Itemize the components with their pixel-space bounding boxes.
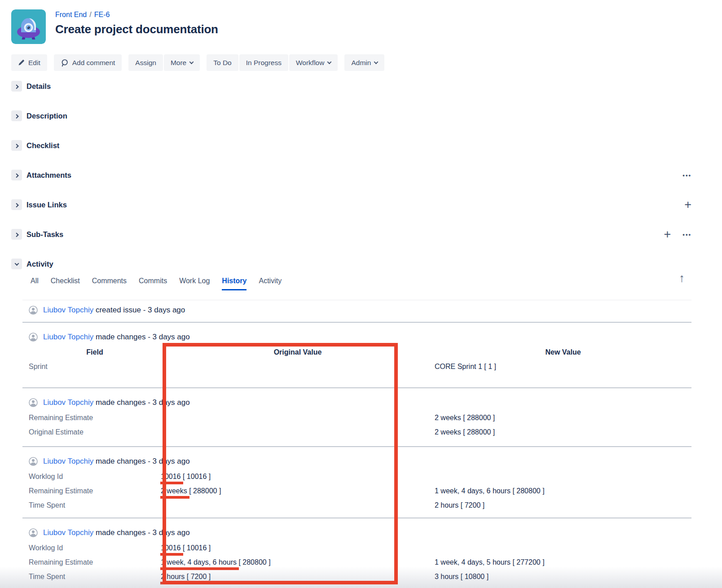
history-table-row: SprintCORE Sprint 1 [ 1 ] xyxy=(29,360,691,374)
edit-button[interactable]: Edit xyxy=(11,54,47,71)
add-issue-links-button[interactable]: + xyxy=(684,200,691,209)
section-label: Attachments xyxy=(26,171,71,180)
expand-description-button[interactable] xyxy=(11,110,22,121)
history-entry-head: Liubov Topchiy made changes - 3 days ago xyxy=(29,456,691,467)
more-attachments-button[interactable]: ••• xyxy=(682,172,691,179)
chevron-right-icon xyxy=(14,84,18,89)
annotation-underlined-value: 10016 xyxy=(161,473,181,481)
pencil-icon xyxy=(18,59,25,66)
admin-button[interactable]: Admin xyxy=(344,54,384,71)
assign-button[interactable]: Assign xyxy=(128,54,163,71)
section-row-issue-links: Issue Links+ xyxy=(11,198,691,211)
entry-meta: made changes - 3 days ago xyxy=(96,398,190,407)
annotation-underlined-value: 1 week, 4 days, 6 hours xyxy=(161,558,237,566)
history-table-row: Worklog Id10016 [ 10016 ] xyxy=(29,541,691,555)
original-value: 2 weeks [ 288000 ] xyxy=(161,487,435,495)
chevron-down-icon xyxy=(374,60,379,64)
avatar-icon xyxy=(29,528,38,537)
tab-comments[interactable]: Comments xyxy=(92,277,127,290)
chevron-right-icon xyxy=(14,173,18,178)
field-label: Time Spent xyxy=(29,573,161,581)
breadcrumb-project-link[interactable]: Front End xyxy=(55,11,87,18)
expand-attachments-button[interactable] xyxy=(11,170,22,180)
history-entry-head: Liubov Topchiy made changes - 3 days ago xyxy=(29,332,691,342)
section-label: Sub-Tasks xyxy=(26,230,63,239)
history-entry-head: Liubov Topchiy created issue - 3 days ag… xyxy=(29,305,691,316)
column-header-field: Field xyxy=(29,348,161,356)
user-link[interactable]: Liubov Topchiy xyxy=(43,333,93,341)
column-header-new-value: New Value xyxy=(435,348,691,356)
user-link[interactable]: Liubov Topchiy xyxy=(43,528,93,537)
more-button[interactable]: More xyxy=(164,54,200,71)
field-label: Remaining Estimate xyxy=(29,487,161,495)
history-entry: Liubov Topchiy made changes - 3 days ago… xyxy=(22,446,691,513)
annotation-underlined-value: 10016 xyxy=(161,544,181,552)
original-value: 2 hours [ 7200 ] xyxy=(161,573,435,581)
field-label: Time Spent xyxy=(29,501,161,509)
breadcrumb-issue-link[interactable]: FE-6 xyxy=(94,11,110,18)
tab-history[interactable]: History xyxy=(222,277,247,290)
add-comment-button[interactable]: Add comment xyxy=(54,54,122,71)
workflow-button[interactable]: Workflow xyxy=(289,54,338,71)
history-entry-head: Liubov Topchiy made changes - 3 days ago xyxy=(29,397,691,408)
section-row-attachments: Attachments••• xyxy=(11,168,691,182)
section-label: Details xyxy=(26,82,51,91)
assign-more-group: Assign More xyxy=(128,54,200,71)
chevron-down-icon xyxy=(189,60,194,64)
history-table-row: Time Spent2 hours [ 7200 ]3 hours [ 1080… xyxy=(29,570,691,584)
expand-issue-links-button[interactable] xyxy=(11,199,22,210)
toolbar: Edit Add comment Assign More To Do In Pr… xyxy=(11,54,722,71)
more-sub-tasks-button[interactable]: ••• xyxy=(682,231,691,238)
scroll-to-top-button[interactable]: ↑ xyxy=(679,271,685,285)
section-row-description: Description xyxy=(11,109,691,123)
field-label: Sprint xyxy=(29,363,161,371)
breadcrumb: Front End/FE-6 xyxy=(55,11,218,19)
tab-checklist[interactable]: Checklist xyxy=(51,277,80,290)
history-entry: Liubov Topchiy made changes - 3 days ago… xyxy=(22,387,691,439)
user-link[interactable]: Liubov Topchiy xyxy=(43,457,93,465)
comment-bubble-icon xyxy=(61,59,69,67)
chevron-down-icon xyxy=(327,60,332,64)
user-link[interactable]: Liubov Topchiy xyxy=(43,398,93,407)
expand-checklist-button[interactable] xyxy=(11,140,22,151)
new-value: 2 weeks [ 288000 ] xyxy=(435,428,691,436)
history-table-row: Remaining Estimate1 week, 4 days, 6 hour… xyxy=(29,555,691,570)
tab-commits[interactable]: Commits xyxy=(139,277,167,290)
in-progress-button[interactable]: In Progress xyxy=(239,54,288,71)
expand-details-button[interactable] xyxy=(11,81,22,92)
avatar-icon xyxy=(29,398,38,407)
entry-meta: created issue - 3 days ago xyxy=(96,306,185,314)
chevron-right-icon xyxy=(14,203,18,207)
tab-all[interactable]: All xyxy=(31,277,39,290)
entry-meta: made changes - 3 days ago xyxy=(96,333,190,341)
chevron-right-icon xyxy=(14,233,18,237)
history-table-row: Worklog Id10016 [ 10016 ] xyxy=(29,470,691,484)
history-table-row: Time Spent2 hours [ 7200 ] xyxy=(29,498,691,513)
history-entry-head: Liubov Topchiy made changes - 3 days ago xyxy=(29,527,691,538)
original-value: 10016 [ 10016 ] xyxy=(161,544,435,552)
field-label: Worklog Id xyxy=(29,544,161,552)
project-avatar-icon xyxy=(11,9,46,44)
todo-button[interactable]: To Do xyxy=(207,54,238,71)
section-row-details: Details xyxy=(11,79,691,93)
user-link[interactable]: Liubov Topchiy xyxy=(43,306,93,314)
collapse-activity-button[interactable] xyxy=(11,259,22,269)
avatar-icon xyxy=(29,333,38,342)
section-label: Checklist xyxy=(26,141,59,150)
tab-work-log[interactable]: Work Log xyxy=(179,277,210,290)
activity-tabs: AllChecklistCommentsCommitsWork LogHisto… xyxy=(31,277,722,290)
tab-activity[interactable]: Activity xyxy=(259,277,282,290)
history-table-row: Remaining Estimate2 weeks [ 288000 ] xyxy=(29,411,691,425)
column-header-original-value: Original Value xyxy=(161,348,435,356)
workflow-group: To Do In Progress Workflow xyxy=(207,54,338,71)
history-table-row: Remaining Estimate2 weeks [ 288000 ]1 we… xyxy=(29,484,691,498)
section-row-sub-tasks: Sub-Tasks+••• xyxy=(11,228,691,241)
add-sub-tasks-button[interactable]: + xyxy=(664,230,671,239)
chevron-right-icon xyxy=(14,114,18,118)
history-table-header-row: FieldOriginal ValueNew Value xyxy=(29,345,691,360)
expand-sub-tasks-button[interactable] xyxy=(11,229,22,240)
annotation-underlined-value: 2 weeks xyxy=(161,487,187,495)
new-value: CORE Sprint 1 [ 1 ] xyxy=(435,363,691,371)
section-actions: +••• xyxy=(664,230,691,239)
avatar-icon xyxy=(29,457,38,466)
